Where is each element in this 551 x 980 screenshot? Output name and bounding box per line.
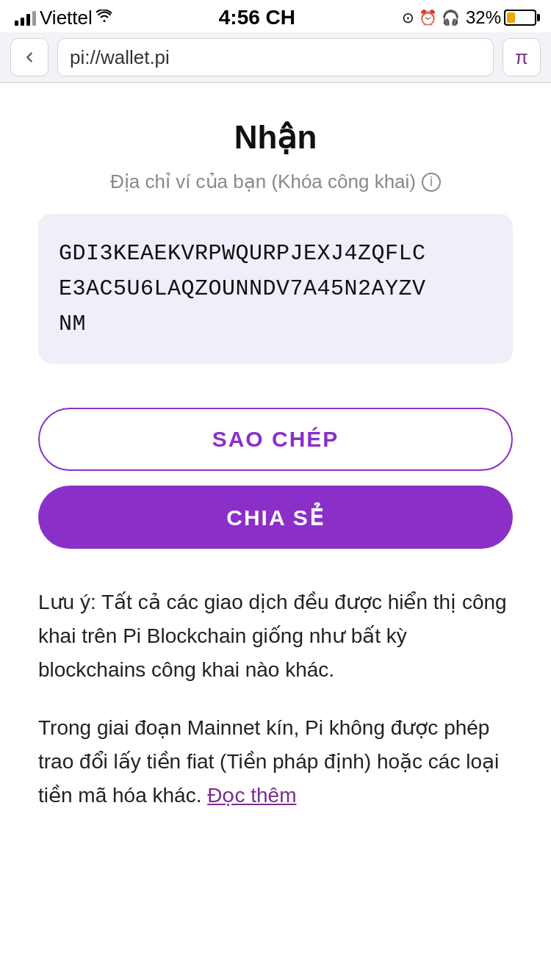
note-paragraph-1: Lưu ý: Tất cả các giao dịch đều được hiể… xyxy=(38,586,513,688)
page-title: Nhận xyxy=(38,118,513,156)
read-more-link[interactable]: Đọc thêm xyxy=(207,784,296,807)
battery-container: 32% xyxy=(466,7,536,28)
signal-icon xyxy=(15,10,36,26)
status-right: ⊙ ⏰ 🎧 32% xyxy=(402,7,536,28)
button-group: SAO CHÉP CHIA SẺ xyxy=(38,408,513,549)
back-button[interactable] xyxy=(10,38,48,76)
status-time: 4:56 CH xyxy=(219,6,295,29)
status-icons: ⊙ ⏰ 🎧 xyxy=(402,9,460,26)
note-paragraph-2: Trong giai đoạn Mainnet kín, Pi không đư… xyxy=(38,711,513,813)
subtitle-text: Địa chỉ ví của bạn (Khóa công khai) xyxy=(110,170,416,193)
browser-bar: pi://wallet.pi π xyxy=(0,32,551,83)
carrier-label: Viettel xyxy=(40,7,93,29)
pi-icon: π xyxy=(515,46,528,69)
url-text: pi://wallet.pi xyxy=(70,46,170,69)
main-content: Nhận Địa chỉ ví của bạn (Khóa công khai)… xyxy=(0,83,551,865)
status-left: Viettel xyxy=(15,7,112,29)
lock-icon: ⊙ xyxy=(402,9,414,26)
wallet-address: GDI3KEAEKVRPWQURPJEXJ4ZQFLCE3AC5U6LAQZOU… xyxy=(59,236,492,342)
copy-button[interactable]: SAO CHÉP xyxy=(38,408,513,471)
info-icon[interactable]: i xyxy=(422,173,441,192)
address-box: GDI3KEAEKVRPWQURPJEXJ4ZQFLCE3AC5U6LAQZOU… xyxy=(38,214,513,364)
pi-logo-button[interactable]: π xyxy=(503,38,541,76)
url-bar[interactable]: pi://wallet.pi xyxy=(57,38,494,76)
battery-percent: 32% xyxy=(466,7,501,28)
status-bar: Viettel 4:56 CH ⊙ ⏰ 🎧 32% xyxy=(0,0,551,32)
headphone-icon: 🎧 xyxy=(442,9,460,26)
battery-fill xyxy=(507,12,515,23)
subtitle: Địa chỉ ví của bạn (Khóa công khai) i xyxy=(38,170,513,193)
note-section: Lưu ý: Tất cả các giao dịch đều được hiể… xyxy=(38,586,513,813)
wifi-icon xyxy=(96,10,112,26)
alarm-icon: ⏰ xyxy=(419,9,437,26)
share-button[interactable]: CHIA SẺ xyxy=(38,486,513,549)
battery-icon xyxy=(504,10,536,26)
